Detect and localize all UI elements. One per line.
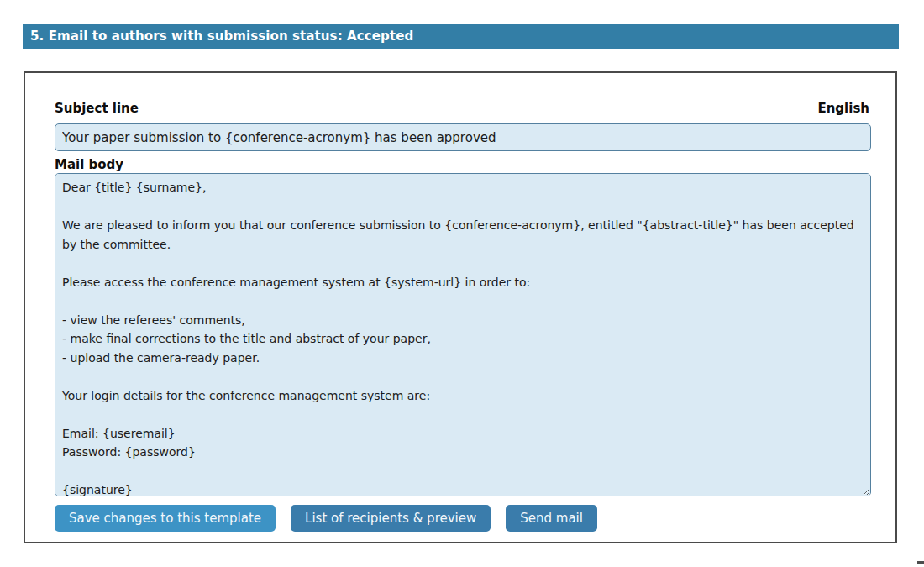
language-label: English xyxy=(817,101,869,116)
bottom-right-dash xyxy=(917,561,924,564)
recipients-preview-button[interactable]: List of recipients & preview xyxy=(291,505,491,532)
section-header: 5. Email to authors with submission stat… xyxy=(23,24,899,49)
subject-label-row: Subject line English xyxy=(55,101,869,116)
subject-line-label: Subject line xyxy=(55,101,139,116)
section-header-title: 5. Email to authors with submission stat… xyxy=(30,29,413,44)
save-template-button[interactable]: Save changes to this template xyxy=(55,505,276,532)
email-template-panel: Subject line English Mail body Dear {tit… xyxy=(24,71,897,543)
subject-input[interactable] xyxy=(55,123,871,151)
mail-body-label: Mail body xyxy=(55,157,123,172)
mail-body-textarea[interactable]: Dear {title} {surname}, We are pleased t… xyxy=(55,173,871,496)
send-mail-button[interactable]: Send mail xyxy=(506,505,597,532)
button-row: Save changes to this template List of re… xyxy=(55,505,597,532)
